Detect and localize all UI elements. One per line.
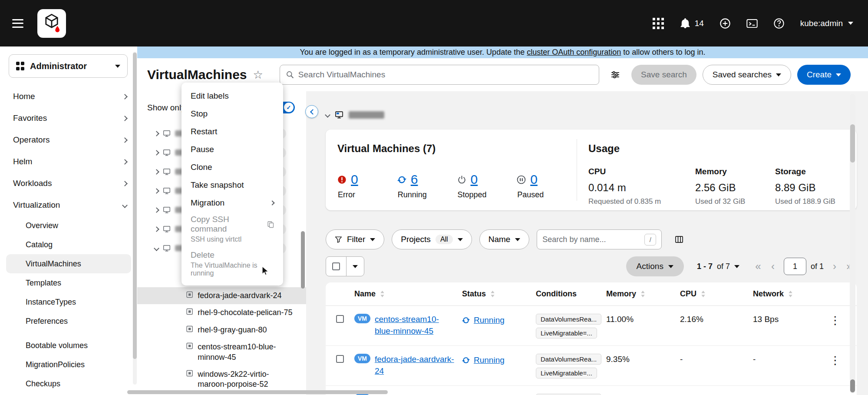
condition-label[interactable]: LiveMigratable=... <box>536 328 597 339</box>
condition-label[interactable]: DataVolumesRea... <box>536 354 601 365</box>
bulk-select-menu-toggle[interactable] <box>346 257 364 276</box>
tree-vm-item[interactable]: centos-stream10-blue-minnow-45 <box>137 339 306 366</box>
menu-item-delete[interactable]: Delete The VirtualMachine is running <box>182 247 283 281</box>
next-page-button[interactable]: › <box>827 261 842 272</box>
sidebar-item-operators[interactable]: Operators <box>0 129 137 151</box>
sidebar-item-helm[interactable]: Helm <box>0 151 137 173</box>
help-icon[interactable] <box>773 18 785 29</box>
perspective-switcher[interactable]: Administrator <box>9 54 128 78</box>
projects-dropdown[interactable]: Projects All <box>392 229 472 249</box>
sidebar-item-bootable-volumes[interactable]: Bootable volumes <box>0 336 137 355</box>
saved-searches-dropdown[interactable]: Saved searches <box>703 65 791 85</box>
column-header-name[interactable]: Name <box>354 289 462 299</box>
scrollbar-thumb-bottom[interactable] <box>850 379 855 392</box>
tree-vm-item[interactable]: windows-2k22-virtio-maroon-porpoise-52 <box>137 366 306 393</box>
horizontal-scrollbar-thumb[interactable] <box>127 390 388 394</box>
project-group-header[interactable] <box>326 110 857 120</box>
nav-label: Bootable volumes <box>26 341 88 350</box>
project-icon <box>163 225 171 233</box>
chevron-down-icon <box>776 73 781 76</box>
column-header-status[interactable]: Status <box>462 289 536 299</box>
name-filter-dropdown[interactable]: Name <box>479 229 530 249</box>
pagination-menu[interactable]: 1 - 7 of 7 <box>697 262 739 271</box>
vm-status-link[interactable]: Running <box>474 355 505 366</box>
paused-count-link[interactable]: 0 <box>530 172 538 187</box>
vm-status-link[interactable]: Running <box>474 315 505 326</box>
manage-columns-icon[interactable] <box>669 229 689 249</box>
tree-vm-item[interactable]: rhel-9-chocolate-pelican-75 <box>137 304 306 321</box>
stopped-count-link[interactable]: 0 <box>471 172 478 187</box>
row-kebab-menu[interactable]: ⋮ <box>830 314 841 326</box>
save-search-button[interactable]: Save search <box>631 65 696 85</box>
create-button[interactable]: Create <box>797 65 851 85</box>
chevron-down-icon <box>353 265 358 268</box>
error-count-link[interactable]: 0 <box>351 172 358 187</box>
vm-name-link[interactable]: fedora-jade-aardvark-24 <box>375 354 454 377</box>
sidebar-scrollbar[interactable] <box>133 52 137 385</box>
column-header-memory[interactable]: Memory <box>606 289 680 299</box>
menu-item-clone[interactable]: Clone <box>182 158 283 176</box>
bulk-select-split-button <box>326 256 364 276</box>
tree-vm-item-selected[interactable]: fedora-jade-aardvark-24 <box>137 287 306 304</box>
chevron-right-icon <box>154 226 159 232</box>
sidebar-item-templates[interactable]: Templates <box>0 273 137 292</box>
column-header-conditions[interactable]: Conditions <box>536 289 606 299</box>
row-checkbox[interactable] <box>336 355 344 363</box>
sidebar-item-favorites[interactable]: Favorites <box>0 107 137 129</box>
usage-value: 2.56 GiB <box>695 182 775 194</box>
previous-page-button[interactable]: ‹ <box>766 261 780 272</box>
menu-item-stop[interactable]: Stop <box>182 105 283 123</box>
sidebar-item-catalog[interactable]: Catalog <box>0 235 137 254</box>
oauth-configuration-link[interactable]: cluster OAuth configuration <box>527 48 621 57</box>
menu-item-description: The VirtualMachine is running <box>191 262 274 277</box>
row-checkbox[interactable] <box>336 315 344 323</box>
scrollbar-thumb[interactable] <box>850 124 855 163</box>
collapse-tree-panel-button[interactable] <box>305 105 318 118</box>
sidebar-item-checkups[interactable]: Checkups <box>0 374 137 393</box>
search-icon <box>286 71 294 79</box>
sidebar-item-overview[interactable]: Overview <box>0 216 137 235</box>
condition-label[interactable]: LiveMigratable=... <box>536 368 597 378</box>
condition-label[interactable]: DataVolumesRea... <box>536 314 601 325</box>
sidebar-item-home[interactable]: Home <box>0 86 137 107</box>
pagination-nav: « ‹ of 1 › » <box>751 258 857 275</box>
menu-item-copy-ssh-command[interactable]: Copy SSH command SSH using virtctl <box>182 212 283 247</box>
row-kebab-menu[interactable]: ⋮ <box>830 354 841 366</box>
menu-item-restart[interactable]: Restart <box>182 123 283 140</box>
sidebar-item-virtualization[interactable]: Virtualization <box>0 194 137 216</box>
sidebar-item-virtualmachines[interactable]: VirtualMachines <box>6 254 131 273</box>
vm-name-link[interactable]: centos-stream10-blue-minnow-45 <box>375 314 454 337</box>
app-launcher-icon[interactable] <box>653 18 664 29</box>
bulk-select-checkbox[interactable] <box>326 257 346 276</box>
vm-icon <box>186 308 193 315</box>
favorite-star-icon[interactable]: ☆ <box>253 69 263 80</box>
menu-item-take-snapshot[interactable]: Take snapshot <box>182 176 283 194</box>
user-menu[interactable]: kube:admin <box>800 19 853 28</box>
actions-dropdown[interactable]: Actions <box>626 256 684 276</box>
quick-create-icon[interactable] <box>719 18 731 29</box>
filter-dropdown[interactable]: Filter <box>326 229 384 249</box>
sidebar-item-instancetypes[interactable]: InstanceTypes <box>0 292 137 312</box>
web-terminal-icon[interactable] <box>746 18 758 29</box>
sidebar-item-preferences[interactable]: Preferences <box>0 312 137 331</box>
sidebar-item-workloads[interactable]: Workloads <box>0 173 137 194</box>
hamburger-menu-icon[interactable] <box>12 19 23 28</box>
tree-vm-item[interactable]: rhel-9-gray-guan-80 <box>137 322 306 339</box>
first-page-button[interactable]: « <box>751 261 766 272</box>
column-header-network[interactable]: Network <box>753 289 814 299</box>
menu-item-migration[interactable]: Migration <box>182 194 283 212</box>
column-header-cpu[interactable]: CPU <box>680 289 753 299</box>
menu-item-edit-labels[interactable]: Edit labels <box>182 87 283 105</box>
search-by-name-input[interactable] <box>542 235 641 244</box>
search-virtualmachines-input[interactable] <box>298 70 593 80</box>
advanced-search-icon[interactable] <box>605 65 625 85</box>
notifications-button[interactable]: 14 <box>680 18 704 29</box>
running-count-link[interactable]: 6 <box>411 172 418 187</box>
main-vertical-scrollbar[interactable] <box>850 94 855 393</box>
sidebar-item-migrationpolicies[interactable]: MigrationPolicies <box>0 355 137 374</box>
menu-item-pause[interactable]: Pause <box>182 140 283 158</box>
current-page-input[interactable] <box>784 258 806 275</box>
cpu-value: 2.16% <box>680 314 753 324</box>
tree-scrollbar[interactable] <box>301 231 305 289</box>
usage-name: Memory <box>695 167 775 176</box>
